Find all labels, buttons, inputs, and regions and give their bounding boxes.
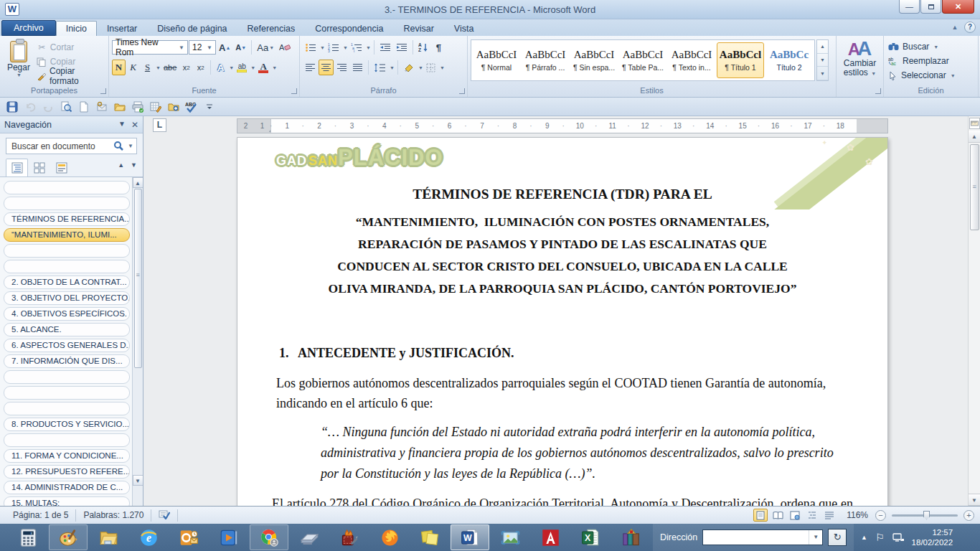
action-center-flag-icon[interactable]: ⚐ bbox=[875, 532, 885, 543]
tab-referencias[interactable]: Referencias bbox=[237, 21, 306, 36]
outlook-taskbar-icon[interactable] bbox=[169, 524, 208, 550]
style-normal[interactable]: AaBbCcI¶ Normal bbox=[473, 42, 520, 78]
autocad-taskbar-icon[interactable] bbox=[531, 524, 570, 550]
address-input[interactable]: ▼ bbox=[702, 529, 823, 545]
strikethrough-button[interactable]: abe bbox=[161, 60, 179, 75]
spelling-icon[interactable]: ABC bbox=[184, 100, 199, 114]
nav-item[interactable]: 11. FORMA Y CONDICIONE... bbox=[4, 449, 130, 463]
zoom-level[interactable]: 116% bbox=[847, 510, 868, 520]
undo-icon[interactable] bbox=[22, 100, 38, 114]
find-button[interactable]: Buscar▼ bbox=[887, 39, 975, 54]
tab-inicio[interactable]: Inicio bbox=[56, 21, 97, 36]
text-effects-button[interactable]: A bbox=[214, 60, 227, 75]
paint-taskbar-icon[interactable] bbox=[49, 524, 88, 550]
previous-heading-icon[interactable]: ▲ bbox=[118, 161, 124, 169]
style-título-1[interactable]: AaBbCcl¶ Título 1 bbox=[717, 42, 764, 78]
nav-item[interactable] bbox=[4, 260, 130, 273]
nav-item[interactable]: “MANTENIMIENTO, ILUMI... bbox=[4, 228, 130, 242]
nav-scrollbar[interactable]: ▲ ▼ bbox=[132, 177, 143, 506]
font-name-select[interactable]: Times New Rom▼ bbox=[112, 40, 188, 55]
tab-vista[interactable]: Vista bbox=[444, 21, 484, 36]
increase-indent-button[interactable] bbox=[394, 39, 410, 55]
web-layout-view-button[interactable] bbox=[788, 509, 802, 522]
network-icon[interactable] bbox=[892, 532, 905, 542]
print-icon[interactable] bbox=[130, 100, 146, 114]
bold-button[interactable]: N bbox=[112, 60, 126, 75]
justify-button[interactable] bbox=[350, 60, 365, 75]
cut-button[interactable]: ✂Cortar bbox=[34, 41, 105, 54]
file-explorer-taskbar-icon[interactable] bbox=[89, 524, 128, 550]
align-left-button[interactable] bbox=[303, 60, 318, 75]
decrease-indent-button[interactable] bbox=[377, 39, 393, 55]
style-sin-espa[interactable]: AaBbCcI¶ Sin espa... bbox=[570, 42, 618, 78]
style-texto-in[interactable]: AaBbCcI¶ Texto in... bbox=[668, 42, 715, 78]
sticky-notes-taskbar-icon[interactable] bbox=[410, 524, 449, 550]
borders-button[interactable] bbox=[424, 60, 438, 75]
repair-tool-taskbar-icon[interactable] bbox=[330, 524, 369, 550]
nav-close-icon[interactable]: ✕ bbox=[131, 120, 138, 130]
paste-button[interactable]: Pegar▼ bbox=[3, 38, 34, 84]
restore-button[interactable] bbox=[920, 0, 941, 14]
internet-explorer-taskbar-icon[interactable]: e bbox=[129, 524, 168, 550]
mail-attach-icon[interactable] bbox=[94, 100, 110, 114]
tab-correspondencia[interactable]: Correspondencia bbox=[305, 21, 393, 36]
tab-diseño-de-página[interactable]: Diseño de página bbox=[147, 21, 237, 36]
word-count[interactable]: Palabras: 1.270 bbox=[76, 509, 151, 522]
outline-view-button[interactable] bbox=[805, 509, 819, 522]
subscript-button[interactable]: x2 bbox=[179, 60, 193, 75]
show-paragraph-marks-button[interactable]: ¶ bbox=[432, 39, 446, 55]
nav-item[interactable]: 5. ALCANCE. bbox=[4, 323, 130, 336]
photo-viewer-taskbar-icon[interactable] bbox=[491, 524, 529, 550]
nav-item[interactable] bbox=[4, 433, 130, 447]
search-icon[interactable] bbox=[113, 141, 124, 151]
dialog-launcher-icon[interactable] bbox=[459, 88, 465, 94]
nav-item[interactable]: 3. OBJETIVO DEL PROYECTO. bbox=[4, 291, 130, 305]
print-layout-view-button[interactable] bbox=[753, 509, 768, 522]
font-size-select[interactable]: 12▼ bbox=[189, 40, 216, 55]
scroll-up-icon[interactable]: ▲ bbox=[969, 131, 980, 143]
open-folder-icon[interactable] bbox=[112, 100, 128, 114]
print-preview-icon[interactable] bbox=[58, 100, 74, 114]
nav-item[interactable]: 12. PRESUPUESTO REFERE... bbox=[4, 465, 130, 479]
nav-item[interactable] bbox=[4, 402, 130, 415]
nav-item[interactable]: 4. OBJETIVOS ESPECÍFICOS. bbox=[4, 307, 130, 321]
spelling-status[interactable] bbox=[151, 509, 178, 522]
tab-insertar[interactable]: Insertar bbox=[97, 21, 147, 36]
nav-item[interactable]: 2. OBJETO DE LA CONTRAT... bbox=[4, 276, 130, 289]
nav-item[interactable]: 7. INFORMACIÓN QUE DIS... bbox=[4, 354, 130, 368]
draft-view-button[interactable] bbox=[822, 509, 837, 522]
superscript-button[interactable]: x2 bbox=[194, 60, 207, 75]
bullets-button[interactable] bbox=[303, 39, 319, 55]
nav-options-icon[interactable]: ▼ bbox=[118, 120, 126, 130]
nav-item[interactable]: 6. ASPECTOS GENERALES D... bbox=[4, 339, 130, 352]
new-document-icon[interactable] bbox=[76, 100, 92, 114]
minimize-button[interactable]: — bbox=[899, 0, 920, 14]
nav-item[interactable]: 15. MULTAS: bbox=[4, 496, 130, 506]
redo-icon[interactable] bbox=[40, 100, 56, 114]
help-icon[interactable]: ? bbox=[964, 22, 976, 33]
style-table-pa[interactable]: AaBbCcI¶ Table Pa... bbox=[619, 42, 666, 78]
more-icon[interactable] bbox=[202, 100, 217, 114]
firefox-taskbar-icon[interactable] bbox=[370, 524, 409, 550]
address-go-icon[interactable]: ↻ bbox=[828, 529, 847, 546]
chrome-taskbar-icon[interactable] bbox=[250, 524, 288, 550]
nav-item[interactable]: 14. ADMINISTRADOR DE C... bbox=[4, 481, 130, 494]
styles-more-icon[interactable]: ▼ bbox=[817, 67, 828, 80]
taskbar-clock[interactable]: 12:57 18/02/2022 bbox=[912, 527, 956, 547]
excel-taskbar-icon[interactable]: X bbox=[571, 524, 610, 550]
multilevel-list-button[interactable]: 1ai bbox=[349, 39, 364, 55]
underline-button[interactable]: S bbox=[141, 60, 154, 75]
shading-button[interactable] bbox=[401, 60, 417, 75]
address-dropdown-icon[interactable]: ▼ bbox=[809, 530, 822, 545]
fullscreen-reading-view-button[interactable] bbox=[771, 509, 785, 522]
zoom-out-icon[interactable]: − bbox=[875, 510, 886, 521]
search-options-icon[interactable]: ▼ bbox=[124, 143, 133, 149]
zoom-slider[interactable] bbox=[892, 514, 958, 517]
next-heading-icon[interactable]: ▼ bbox=[131, 161, 137, 169]
align-center-button[interactable] bbox=[319, 60, 334, 75]
highlight-button[interactable]: ab bbox=[235, 60, 249, 75]
dialog-launcher-icon[interactable] bbox=[291, 88, 297, 94]
styles-scroll-up-icon[interactable]: ▲ bbox=[817, 40, 828, 54]
view-ruler-toggle[interactable] bbox=[969, 118, 980, 129]
folder-new-icon[interactable] bbox=[166, 100, 182, 114]
